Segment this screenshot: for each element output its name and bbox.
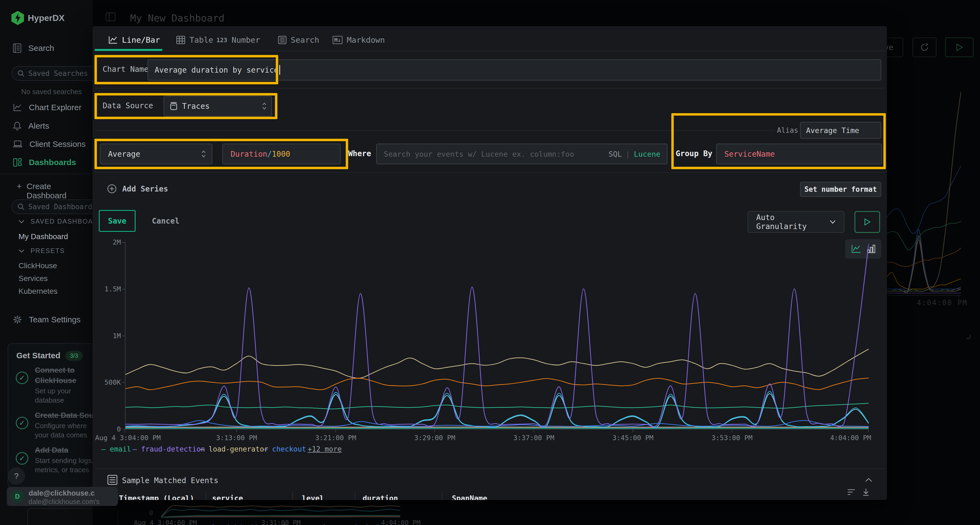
- column-separator[interactable]: [355, 492, 355, 500]
- sidebar-item-services[interactable]: Services: [19, 274, 48, 283]
- saved-searches-placeholder: Saved Searches: [28, 69, 88, 78]
- bell-icon: [13, 121, 21, 130]
- tab-table[interactable]: Table: [177, 35, 213, 44]
- column-header-service[interactable]: service: [212, 494, 243, 500]
- aggregation-select[interactable]: Average: [100, 144, 212, 164]
- query-language-toggle[interactable]: SQL | Lucene: [608, 150, 660, 158]
- sidebar-item-alerts[interactable]: Alerts: [13, 121, 49, 130]
- where-label: Where: [348, 149, 371, 158]
- sidebar-item-search[interactable]: Search: [13, 43, 54, 53]
- divider: [95, 468, 885, 469]
- xtick-label: 3:53:00 PM: [697, 434, 767, 442]
- select-chevrons-icon: [202, 150, 206, 158]
- column-header-timestamp[interactable]: Timestamp (Local): [119, 494, 194, 500]
- column-separator[interactable]: [293, 492, 293, 500]
- legend-item-email[interactable]: — email: [101, 445, 131, 453]
- dashboards-icon: [13, 158, 22, 167]
- database-icon: [170, 102, 177, 110]
- column-separator[interactable]: [442, 492, 442, 500]
- sidebar-item-kubernetes[interactable]: Kubernetes: [19, 287, 57, 296]
- chart-name-input[interactable]: Average duration by service: [148, 59, 881, 81]
- active-tab-underline: [95, 49, 162, 51]
- expr-slash: /: [267, 150, 272, 159]
- legend-dash: —: [264, 445, 272, 453]
- where-search-input[interactable]: Search your events w/ Lucene ex. column:…: [376, 144, 668, 164]
- create-dashboard-button[interactable]: + Create Dashboard: [17, 182, 92, 200]
- saved-dashboards-placeholder: Saved Dashboards: [28, 203, 96, 211]
- get-started-step-desc: Configure where your data comes from: [35, 421, 95, 441]
- field-expression-input[interactable]: Duration/1000: [223, 144, 340, 164]
- group-by-input[interactable]: ServiceName: [716, 144, 882, 164]
- x-tick-mark: [125, 429, 125, 432]
- sidebar-item-label: Search: [28, 43, 54, 53]
- xtick-label: 3:29:00 PM: [399, 434, 470, 442]
- download-icon[interactable]: [862, 488, 869, 496]
- check-icon: ✓: [16, 417, 28, 429]
- plus-icon: +: [17, 182, 22, 200]
- save-button[interactable]: Save: [99, 210, 135, 232]
- x-tick-mark: [434, 429, 435, 432]
- ytick-0: 0: [101, 425, 121, 433]
- xtick-label: 4:04:00 PM: [806, 434, 871, 442]
- aggregation-value: Average: [108, 150, 140, 159]
- alias-label: Alias: [777, 126, 798, 134]
- sample-events-title: Sample Matched Events: [122, 476, 218, 485]
- column-separator[interactable]: [205, 492, 206, 500]
- sidebar-item-clickhouse[interactable]: ClickHouse: [19, 262, 57, 270]
- tab-line-bar[interactable]: Line/Bar: [108, 35, 160, 44]
- add-series-button[interactable]: Add Series: [107, 184, 168, 194]
- chevron-up-icon[interactable]: [865, 477, 872, 482]
- chevron-down-icon: [19, 249, 24, 253]
- set-number-format-button[interactable]: Set number format: [800, 182, 881, 197]
- data-source-label: Data Source: [103, 101, 153, 110]
- check-icon: ✓: [16, 452, 28, 465]
- cancel-button[interactable]: Cancel: [152, 217, 180, 225]
- sidebar-item-team-settings[interactable]: Team Settings: [13, 315, 81, 324]
- expr-duration: Duration: [231, 150, 267, 159]
- legend-more-link[interactable]: +12 more: [308, 445, 342, 453]
- legend-item-load-generator[interactable]: — load-generator: [200, 445, 268, 453]
- column-header-level[interactable]: level: [302, 494, 324, 500]
- sidebar-item-label: Alerts: [28, 121, 49, 130]
- column-header-duration[interactable]: duration: [363, 494, 398, 500]
- ytick-2m: 2M: [101, 238, 121, 246]
- sidebar-item-my-dashboard[interactable]: My Dashboard: [19, 232, 68, 241]
- sidebar-item-label: Client Sessions: [29, 140, 86, 149]
- tab-number[interactable]: 123 Number: [216, 35, 260, 44]
- tab-markdown[interactable]: M↓ Markdown: [332, 35, 385, 44]
- alias-input[interactable]: Average Time: [800, 122, 881, 139]
- help-button[interactable]: ?: [8, 467, 25, 485]
- legend-item-fraud-detection[interactable]: — fraud-detection: [132, 445, 205, 453]
- sql-toggle[interactable]: SQL: [608, 150, 622, 158]
- expr-1000: 1000: [272, 150, 290, 159]
- legend-label: load-generator: [208, 445, 268, 453]
- add-series-label: Add Series: [122, 184, 168, 194]
- section-presets[interactable]: PRESETS: [19, 247, 65, 255]
- xtick-label: 3:37:00 PM: [498, 434, 569, 442]
- sidebar-item-chart-explorer[interactable]: Chart Explorer: [13, 103, 81, 112]
- tab-label: Markdown: [347, 35, 385, 44]
- group-by-value: ServiceName: [724, 150, 775, 159]
- x-tick-mark: [533, 429, 534, 432]
- user-card[interactable]: D dale@clickhouse.c dale@clickhouse.com'…: [7, 487, 118, 506]
- plus-circle-icon: [107, 184, 117, 194]
- run-query-button[interactable]: [854, 211, 880, 233]
- tab-search[interactable]: Search: [278, 35, 319, 44]
- main-chart[interactable]: [125, 242, 869, 429]
- data-source-select[interactable]: Traces: [164, 96, 272, 116]
- lucene-toggle[interactable]: Lucene: [634, 150, 660, 158]
- get-started-card: Get Started 3/3 ✓ Connect to ClickHouse …: [8, 343, 94, 487]
- sort-lines-icon[interactable]: [847, 489, 855, 496]
- sidebar: HyperDX Search Saved Searches No saved s…: [0, 0, 92, 525]
- xtick-label: 3:45:00 PM: [598, 434, 668, 442]
- sidebar-divider: [0, 174, 92, 174]
- legend-item-checkout[interactable]: — checkout: [264, 445, 306, 453]
- divider: [95, 88, 885, 89]
- column-header-spanname[interactable]: SpanName: [452, 494, 487, 500]
- granularity-select[interactable]: Auto Granularity: [748, 211, 845, 233]
- sidebar-item-dashboards[interactable]: Dashboards: [13, 158, 76, 167]
- x-tick-mark: [868, 429, 869, 432]
- sidebar-item-client-sessions[interactable]: Client Sessions: [13, 140, 86, 149]
- xtick-label: 3:13:00 PM: [201, 434, 272, 442]
- group-by-label: Group By: [676, 149, 713, 158]
